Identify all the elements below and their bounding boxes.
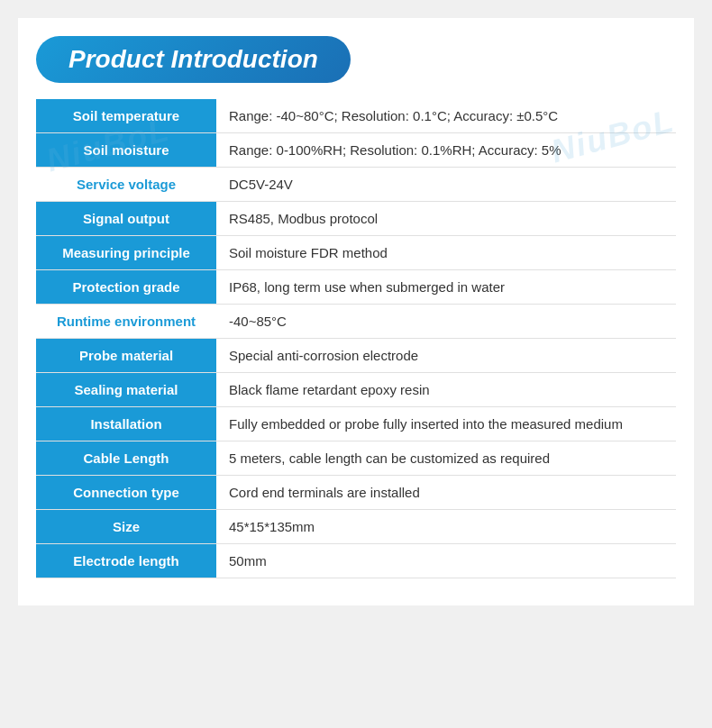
value-cell: Fully embedded or probe fully inserted i… (216, 407, 676, 441)
spec-table: Soil temperatureRange: -40~80°C; Resolut… (36, 99, 676, 578)
label-cell: Service voltage (36, 168, 216, 202)
value-cell: 50mm (216, 544, 676, 578)
label-cell: Size (36, 510, 216, 544)
label-cell: Protection grade (36, 270, 216, 305)
label-cell: Soil moisture (36, 133, 216, 168)
label-cell: Probe material (36, 339, 216, 373)
value-cell: Special anti-corrosion electrode (216, 339, 676, 373)
value-cell: 45*15*135mm (216, 510, 676, 544)
label-cell: Electrode length (36, 544, 216, 578)
page-title: Product Introduction (68, 45, 318, 74)
value-cell: Range: 0-100%RH; Resolution: 0.1%RH; Acc… (216, 133, 676, 168)
label-cell: Connection type (36, 476, 216, 510)
label-cell: Soil temperature (36, 99, 216, 133)
label-cell: Installation (36, 407, 216, 441)
label-cell: Sealing material (36, 373, 216, 407)
page-wrapper: NiuBoL NiuBoL Product Introduction Soil … (18, 18, 694, 605)
label-cell: Runtime environment (36, 305, 216, 339)
value-cell: Black flame retardant epoxy resin (216, 373, 676, 407)
value-cell: Cord end terminals are installed (216, 476, 676, 510)
value-cell: 5 meters, cable length can be customized… (216, 441, 676, 476)
value-cell: RS485, Modbus protocol (216, 202, 676, 236)
value-cell: Soil moisture FDR method (216, 236, 676, 270)
label-cell: Cable Length (36, 441, 216, 476)
value-cell: DC5V-24V (216, 168, 676, 202)
value-cell: Range: -40~80°C; Resolution: 0.1°C; Accu… (216, 99, 676, 133)
title-banner: Product Introduction (36, 36, 351, 83)
label-cell: Measuring principle (36, 236, 216, 270)
label-cell: Signal output (36, 202, 216, 236)
value-cell: IP68, long term use when submerged in wa… (216, 270, 676, 305)
value-cell: -40~85°C (216, 305, 676, 339)
